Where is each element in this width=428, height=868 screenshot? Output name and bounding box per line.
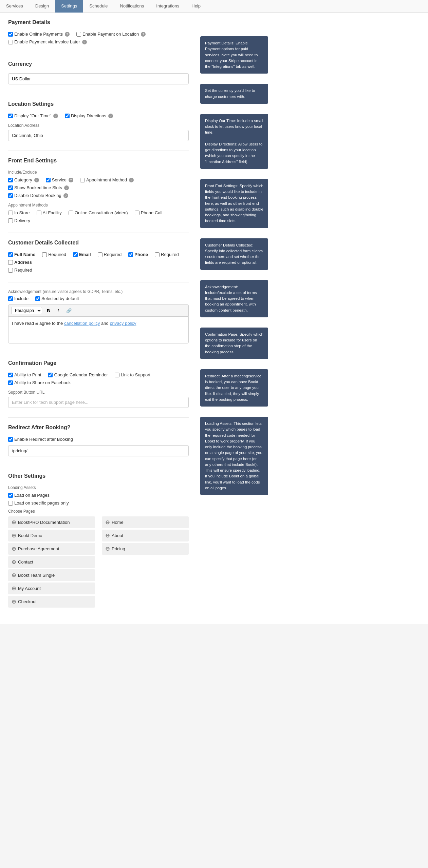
phone-call-label[interactable]: Phone Call (141, 210, 163, 215)
load-specific-pages-label[interactable]: Load on specific pages only (14, 500, 69, 506)
in-store-checkbox[interactable] (8, 211, 13, 215)
google-calendar-label[interactable]: Google Calendar Reminder (54, 372, 108, 377)
tab-design[interactable]: Design (29, 0, 55, 13)
phone-required-label[interactable]: Required (161, 252, 179, 257)
tab-integrations[interactable]: Integrations (150, 0, 185, 13)
enable-invoice-help-icon[interactable]: ? (82, 40, 87, 44)
show-booked-help-icon[interactable]: ? (64, 185, 69, 190)
full-name-required-label[interactable]: Required (48, 252, 66, 257)
at-facility-label[interactable]: At Facility (43, 210, 62, 215)
phone-required-checkbox[interactable] (155, 252, 160, 257)
appt-method-help-icon[interactable]: ? (129, 178, 134, 182)
page-item-contact[interactable]: ⊕ Contact (8, 556, 95, 568)
display-directions-checkbox[interactable] (65, 114, 70, 118)
phone-label[interactable]: Phone (134, 252, 148, 257)
enable-payment-location-checkbox[interactable] (76, 32, 81, 37)
support-url-input[interactable] (8, 397, 189, 408)
page-item-purchase-agreement[interactable]: ⊕ Purchase Agreement (8, 543, 95, 555)
privacy-policy-link[interactable]: privacy policy (110, 321, 136, 326)
share-facebook-checkbox[interactable] (8, 380, 13, 385)
currency-select[interactable]: US Dollar Euro British Pound Canadian Do… (8, 73, 189, 84)
page-item-checkout[interactable]: ⊕ Checkout (8, 596, 95, 608)
phone-checkbox[interactable] (128, 252, 133, 257)
service-help-icon[interactable]: ? (69, 178, 73, 182)
full-name-checkbox[interactable] (8, 252, 13, 257)
editor-link-button[interactable]: 🔗 (63, 307, 74, 314)
display-our-time-help-icon[interactable]: ? (53, 114, 58, 118)
enable-payment-location-help-icon[interactable]: ? (141, 32, 146, 37)
enable-redirect-checkbox[interactable] (8, 437, 13, 442)
appt-method-label[interactable]: Appointment Method (86, 177, 127, 182)
include-label[interactable]: Include (14, 296, 29, 301)
page-item-bookt-team-single[interactable]: ⊕ Bookt Team Single (8, 569, 95, 581)
appt-method-checkbox[interactable] (80, 178, 85, 182)
address-checkbox[interactable] (8, 260, 13, 265)
category-help-icon[interactable]: ? (34, 178, 39, 182)
display-our-time-checkbox[interactable] (8, 114, 13, 118)
share-facebook-label[interactable]: Ability to Share on Facebook (14, 380, 71, 385)
display-directions-label[interactable]: Display Directions (71, 113, 106, 118)
page-item-bookt-demo[interactable]: ⊕ Bookt Demo (8, 530, 95, 541)
link-support-checkbox[interactable] (115, 373, 119, 377)
show-booked-label[interactable]: Show Booked time Slots (14, 185, 62, 190)
tab-services[interactable]: Services (0, 0, 29, 13)
editor-italic-button[interactable]: I (55, 307, 61, 314)
selected-default-label[interactable]: Selected by default (41, 296, 79, 301)
load-all-pages-checkbox[interactable] (8, 493, 13, 498)
online-consultation-checkbox[interactable] (69, 211, 73, 215)
category-checkbox[interactable] (8, 178, 13, 182)
ability-print-checkbox[interactable] (8, 373, 13, 377)
page-item-my-account[interactable]: ⊕ My Account (8, 583, 95, 594)
page-item-home[interactable]: ⊖ Home (102, 516, 189, 528)
disable-double-checkbox[interactable] (8, 193, 13, 198)
load-specific-pages-checkbox[interactable] (8, 501, 13, 506)
enable-invoice-checkbox[interactable] (8, 40, 13, 44)
enable-invoice-label[interactable]: Enable Payment via Invoice Later (14, 39, 80, 44)
ability-print-label[interactable]: Ability to Print (14, 372, 41, 377)
online-consultation-label[interactable]: Online Consultation (video) (75, 210, 128, 215)
redirect-url-input[interactable] (8, 445, 189, 456)
display-our-time-label[interactable]: Display "Our Time" (14, 113, 51, 118)
service-checkbox[interactable] (46, 178, 51, 182)
at-facility-checkbox[interactable] (37, 211, 41, 215)
tab-help[interactable]: Help (185, 0, 207, 13)
enable-online-payments-checkbox[interactable] (8, 32, 13, 37)
tab-notifications[interactable]: Notifications (114, 0, 150, 13)
phone-call-checkbox[interactable] (135, 211, 139, 215)
category-label[interactable]: Category (14, 177, 32, 182)
location-address-input[interactable] (8, 130, 189, 141)
editor-bold-button[interactable]: B (44, 307, 53, 314)
google-calendar-checkbox[interactable] (48, 373, 53, 377)
full-name-required-checkbox[interactable] (42, 252, 47, 257)
address-required-label[interactable]: Required (14, 268, 32, 273)
email-required-label[interactable]: Required (104, 252, 122, 257)
cancellation-policy-link[interactable]: cancellation policy (64, 321, 100, 326)
delivery-label[interactable]: Delivery (14, 218, 30, 223)
enable-redirect-label[interactable]: Enable Redirect after Booking (14, 437, 73, 442)
tab-schedule[interactable]: Schedule (83, 0, 114, 13)
full-name-label[interactable]: Full Name (14, 252, 35, 257)
selected-default-checkbox[interactable] (35, 296, 40, 301)
page-item-about[interactable]: ⊖ About (102, 530, 189, 541)
enable-online-help-icon[interactable]: ? (65, 32, 70, 37)
email-required-checkbox[interactable] (98, 252, 103, 257)
in-store-label[interactable]: In Store (14, 210, 30, 215)
delivery-checkbox[interactable] (8, 218, 13, 223)
show-booked-checkbox[interactable] (8, 185, 13, 190)
service-label[interactable]: Service (52, 177, 67, 182)
display-directions-help-icon[interactable]: ? (108, 114, 113, 118)
tab-settings[interactable]: Settings (55, 0, 83, 13)
include-checkbox[interactable] (8, 296, 13, 301)
enable-payment-location-label[interactable]: Enable Payment on Location (82, 32, 139, 37)
load-all-pages-label[interactable]: Load on all Pages (14, 493, 50, 498)
email-checkbox[interactable] (73, 252, 78, 257)
address-label[interactable]: Address (14, 260, 32, 265)
disable-double-label[interactable]: Disable Double Booking (14, 193, 61, 198)
editor-content[interactable]: I have read & agree to the cancellation … (8, 316, 189, 343)
address-required-checkbox[interactable] (8, 268, 13, 273)
disable-double-help-icon[interactable]: ? (63, 193, 68, 198)
email-label[interactable]: Email (79, 252, 91, 257)
page-item-pricing[interactable]: ⊖ Pricing (102, 543, 189, 555)
page-item-booktpro-docs[interactable]: ⊕ BooktPRO Documentation (8, 516, 95, 528)
editor-paragraph-select[interactable]: Paragraph (11, 307, 42, 314)
